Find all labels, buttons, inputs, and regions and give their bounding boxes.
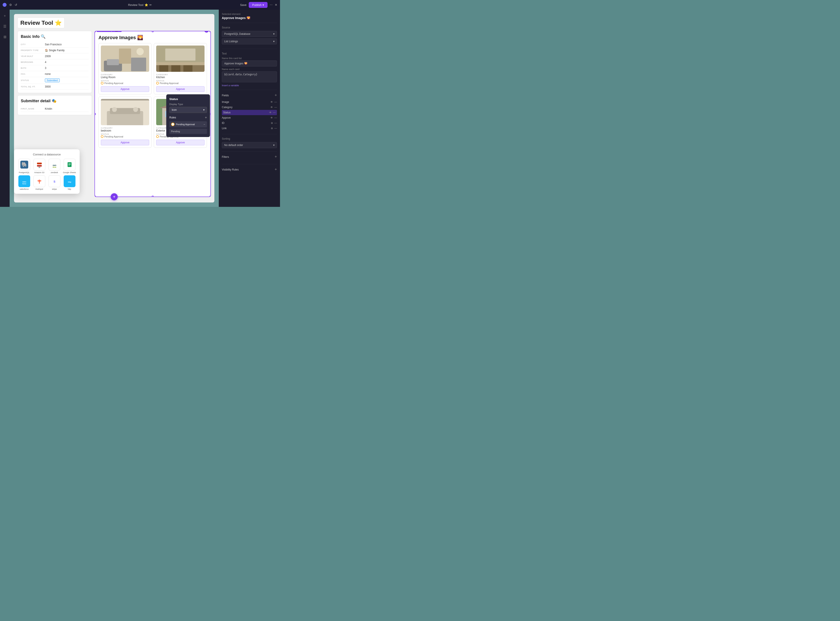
resize-handle-br[interactable] (210, 196, 211, 197)
chevron-down-icon: ▾ (273, 144, 275, 147)
page-title: Review Tool ⭐ (18, 18, 65, 28)
visibility-toggle[interactable]: ⊗ (271, 121, 273, 124)
datasource-logo: zendesk (48, 159, 60, 171)
close-icon[interactable]: ✕ (275, 3, 277, 6)
remove-field-button[interactable]: — (274, 106, 277, 109)
rules-header: Rules + (169, 115, 207, 120)
canvas-add-button[interactable]: + (111, 193, 118, 200)
visibility-toggle[interactable]: ⊗ (271, 127, 273, 130)
app-logo (3, 3, 6, 7)
rule-row: Pending Approval − (169, 121, 207, 127)
chevron-down-icon: ▾ (273, 40, 275, 43)
svg-text:http: http (68, 181, 71, 183)
name-card-list-input[interactable] (222, 61, 277, 67)
remove-field-button[interactable]: — (274, 116, 277, 119)
add-rule-button[interactable]: + (205, 115, 207, 120)
field-label: HOA (21, 71, 45, 77)
visibility-section: Visibility Rules + (222, 167, 277, 175)
svg-rect-2 (107, 59, 119, 65)
svg-rect-18 (101, 99, 149, 100)
approve-button[interactable]: Appove (156, 86, 204, 92)
filters-section: Filters + (222, 154, 277, 164)
resize-handle-tl[interactable] (95, 31, 96, 32)
fields-section: Fields + Image 👁 — Category 👁 — Status 👁… (222, 93, 277, 134)
fields-header: Fields + (222, 93, 277, 98)
datasource-item[interactable]: S stripe (48, 175, 61, 190)
field-label: FIRST_NAME (21, 106, 45, 112)
resize-handle-ml[interactable] (95, 113, 96, 115)
display-type-select[interactable]: Icon ▾ (169, 107, 207, 113)
approve-button[interactable]: Appove (101, 140, 149, 145)
remove-field-button[interactable]: — (274, 100, 277, 103)
name-each-card-input[interactable]: ${card.data.Category} (222, 71, 277, 82)
field-value: San Francisco (45, 42, 89, 47)
datasource-item[interactable]: 🐘 PostgreSQL (18, 159, 31, 174)
visibility-toggle[interactable]: 👁 (270, 106, 273, 109)
table-row: YEAR BUILT2009 (21, 53, 89, 59)
status-label: STATUS (101, 133, 149, 135)
remove-field-button[interactable]: — (274, 121, 277, 124)
data-icon[interactable]: ⊞ (1, 33, 8, 40)
approve-button[interactable]: Appove (101, 86, 149, 92)
remove-field-button[interactable]: — (274, 127, 277, 130)
svg-rect-46 (39, 180, 41, 181)
source-title: Source (222, 26, 277, 29)
resize-handle-tm[interactable] (152, 31, 154, 32)
filters-title: Filters (222, 155, 229, 159)
add-filter-button[interactable]: + (275, 154, 277, 159)
svg-rect-28 (37, 163, 42, 164)
datasource-item[interactable]: salesforce salesforce (18, 175, 31, 190)
svg-text:🐘: 🐘 (21, 162, 27, 167)
datasource-item[interactable]: zendesk zendesk (48, 159, 61, 174)
resize-handle-tr[interactable] (210, 31, 211, 32)
star-icon: ⭐ (145, 3, 148, 6)
field-label: PROPERTY TYPE (21, 47, 45, 53)
source-db-select[interactable]: PostgreSQL Database ▾ (222, 31, 277, 37)
field-actions: 👁 — (270, 116, 277, 119)
history-icon[interactable]: ↺ (15, 3, 17, 6)
basic-info-table: CITYSan FranciscoPROPERTY TYPE🏠 Single F… (21, 42, 89, 90)
status-icon (101, 82, 103, 85)
visibility-toggle[interactable]: 👁 (270, 100, 273, 103)
svg-rect-38 (68, 165, 70, 165)
field-name: Image (222, 100, 229, 103)
edit-icon[interactable]: ✏ (150, 3, 152, 6)
remove-field-button[interactable]: — (273, 111, 276, 114)
datasource-logo: 🐘 (18, 159, 30, 171)
add-element-icon[interactable]: ＋ (1, 12, 8, 19)
image-card: CATEGORY Living Room STATUS Pending Appr… (98, 43, 152, 94)
selected-element-label: Selected element (222, 13, 277, 15)
resize-handle-bl[interactable] (95, 196, 96, 197)
approve-button[interactable]: Appove (156, 140, 204, 145)
settings-icon[interactable]: ⚙ (9, 3, 12, 6)
visibility-toggle[interactable]: 👁 (269, 111, 272, 114)
add-visibility-button[interactable]: + (275, 167, 277, 172)
layers-icon[interactable]: ☰ (1, 23, 8, 30)
source-list-select[interactable]: List Listings ▾ (222, 38, 277, 44)
sorting-select[interactable]: No default order ▾ (222, 142, 277, 148)
remove-rule-button[interactable]: − (204, 123, 205, 126)
save-button[interactable]: Save (240, 3, 246, 6)
fields-list: Image 👁 — Category 👁 — Status 👁 — Appove… (222, 99, 277, 131)
selected-element-section: Selected element Approve Images 🌄 (222, 13, 277, 23)
resize-handle-bm[interactable] (152, 196, 154, 197)
insert-variable-link[interactable]: Insert a variable (222, 84, 277, 87)
datasource-item[interactable]: Google Sheets (63, 159, 76, 174)
add-field-button[interactable]: + (275, 93, 277, 98)
visibility-toggle[interactable]: 👁 (270, 116, 273, 119)
popup-title: Status (169, 97, 207, 101)
svg-rect-8 (159, 65, 168, 72)
datasource-item[interactable]: S3 Amazon S3 (33, 159, 46, 174)
status-icon (101, 135, 103, 138)
datasource-item[interactable]: http http (63, 175, 76, 190)
more-options-icon[interactable]: ··· (270, 3, 273, 7)
container-copy-icon[interactable]: ⎘ (119, 31, 120, 32)
publish-button[interactable]: Publish ▾ (249, 2, 267, 8)
field-row: Image 👁 — (222, 99, 277, 105)
datasource-item[interactable]: HubSpot (33, 175, 46, 190)
status-label: STATUS (101, 80, 149, 82)
sorting-title: Sorting (222, 137, 277, 140)
category-value: Living Room (101, 76, 149, 79)
datasource-name: HubSpot (35, 188, 43, 190)
svg-rect-9 (171, 65, 180, 72)
